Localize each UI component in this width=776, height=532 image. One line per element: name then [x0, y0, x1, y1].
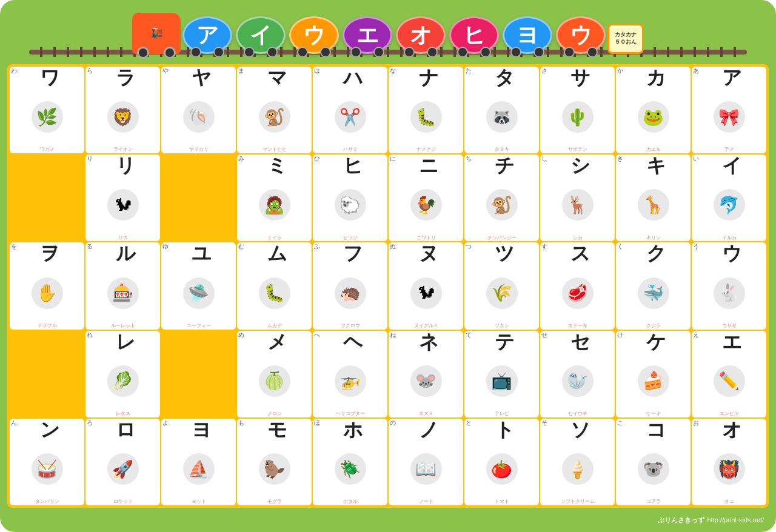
- hira-r2-c5: ぬ: [390, 244, 396, 250]
- cell-header-r1-c6: ちチ: [466, 156, 538, 175]
- cell-label-r2-c3: ムカデ: [267, 324, 282, 329]
- cell-label-r0-c1: ライオン: [113, 147, 133, 153]
- cell-image-r2-c2: 🛸: [183, 278, 215, 309]
- cell-r0-c4: はハ✂️ハサミ: [313, 67, 387, 153]
- kata-r3-c4: ヘ: [320, 332, 386, 351]
- cell-label-r3-c9: エンピツ: [720, 411, 739, 417]
- hira-r4-c5: の: [390, 420, 396, 426]
- kata-r0-c3: マ: [244, 68, 310, 87]
- hira-r3-c9: え: [693, 332, 699, 338]
- cell-r1-c1: りリ🐿リス: [85, 155, 160, 241]
- cell-r2-c7: すス🥩ステーキ: [540, 242, 615, 329]
- hira-r0-c1: ら: [87, 68, 93, 74]
- kata-r2-c8: ク: [623, 244, 689, 263]
- hira-r1-c8: き: [617, 156, 623, 162]
- cell-label-r2-c2: ユーフォー: [187, 324, 211, 329]
- hira-r1-c9: い: [693, 156, 699, 162]
- cell-header-r4-c2: よヨ: [162, 420, 235, 439]
- cell-image-r3-c5: 🐭: [410, 365, 442, 397]
- hira-r2-c6: つ: [466, 244, 472, 250]
- hira-r1-c6: ち: [466, 156, 472, 162]
- cell-r3-c8: けケ🍰ケーキ: [616, 331, 691, 417]
- cell-label-r0-c7: サボテン: [568, 147, 587, 153]
- cell-r4-c4: ほホ🪲ホタル: [313, 419, 387, 505]
- hira-r2-c3: む: [238, 244, 244, 250]
- cell-label-r0-c4: ハサミ: [343, 147, 358, 153]
- kata-r3-c6: テ: [472, 332, 538, 351]
- kata-r2-c3: ム: [244, 244, 310, 263]
- kata-r0-c5: ナ: [396, 68, 462, 87]
- cell-label-r2-c7: ステーキ: [568, 324, 587, 329]
- cell-r2-c5: ぬヌ🐿ヌイグルミ: [389, 242, 463, 329]
- cell-r0-c1: らラ🦁ライオン: [85, 67, 160, 153]
- cell-image-r4-c0: 🥁: [32, 453, 63, 485]
- cell-header-r2-c0: をヲ: [11, 244, 83, 263]
- cell-label-r2-c0: テヲフル: [38, 324, 57, 329]
- cell-header-r3-c6: てテ: [466, 332, 538, 351]
- cell-label-r4-c4: ホタル: [343, 499, 358, 505]
- cell-header-r4-c0: んン: [11, 420, 83, 439]
- cell-r2-c8: くク🐳クジラ: [616, 242, 691, 329]
- cell-image-r3-c9: ✏️: [714, 365, 745, 397]
- cell-image-r2-c6: 🌾: [486, 278, 518, 309]
- cell-label-r4-c0: タンバリン: [35, 499, 59, 505]
- cell-header-r2-c4: ふフ: [314, 244, 386, 263]
- cell-r4-c6: とト🍅トマト: [464, 419, 539, 505]
- cell-r3-c7: せセ🦭セイウチ: [540, 331, 615, 417]
- cell-r4-c7: そソ🍦ソフトクリーム: [540, 419, 615, 505]
- hira-r3-c8: け: [617, 332, 623, 338]
- hira-r2-c7: す: [541, 244, 547, 250]
- cell-image-r4-c7: 🍦: [562, 453, 594, 485]
- cell-r1-c9: いイ🐬イルカ: [692, 155, 766, 241]
- cell-header-r4-c8: こコ: [617, 420, 689, 439]
- cell-image-r1-c4: 🐑: [335, 189, 366, 221]
- kata-r0-c8: カ: [623, 68, 689, 87]
- kata-r4-c4: ホ: [320, 420, 386, 439]
- cell-r3-c1: れレ🥬レタス: [85, 331, 160, 417]
- hira-r4-c8: こ: [617, 420, 623, 426]
- cell-image-r0-c2: 🐚: [183, 101, 215, 133]
- train-caboose: カタカナ５０おん: [607, 24, 644, 54]
- kata-r2-c7: ス: [547, 244, 614, 263]
- kata-r1-c8: キ: [623, 156, 689, 175]
- cell-header-r4-c7: そソ: [541, 420, 614, 439]
- cell-r0-c9: あア🎀アメ: [692, 67, 766, 153]
- cell-r2-c2: ゆユ🛸ユーフォー: [161, 242, 236, 329]
- cell-label-r0-c9: アメ: [724, 147, 734, 153]
- hira-r0-c8: か: [617, 68, 623, 74]
- cell-label-r3-c6: テレビ: [495, 411, 509, 417]
- cell-header-r0-c0: わワ: [11, 68, 83, 87]
- kata-r0-c0: ワ: [17, 68, 83, 87]
- train-car-5: ヒ: [449, 16, 499, 54]
- hira-r0-c4: は: [314, 68, 320, 74]
- kata-r1-c7: シ: [547, 156, 614, 175]
- grid-row-4: んン🥁タンバリンろロ🚀ロケットよヨ⛵ヨットもモ🦫モグラほホ🪲ホタルのノ📖ノートと…: [10, 419, 766, 505]
- cell-header-r0-c9: あア: [693, 68, 765, 87]
- cell-label-r0-c3: マントヒヒ: [263, 147, 287, 153]
- cell-header-r3-c8: けケ: [617, 332, 689, 351]
- cell-image-r2-c7: 🥩: [562, 278, 594, 309]
- cell-label-r2-c6: ツクシ: [495, 324, 509, 329]
- cell-header-r3-c5: ねネ: [390, 332, 462, 351]
- cell-header-r4-c4: ほホ: [314, 420, 386, 439]
- cell-label-r3-c4: ヘリコプター: [336, 411, 365, 417]
- train-car-3: エ: [343, 16, 392, 54]
- cell-label-r1-c7: シカ: [573, 236, 583, 241]
- cell-image-r1-c9: 🐬: [714, 189, 745, 221]
- hira-r3-c5: ね: [390, 332, 396, 338]
- cell-image-r0-c5: 🐛: [410, 101, 442, 133]
- kata-r2-c0: ヲ: [17, 244, 83, 263]
- cell-header-r2-c6: つツ: [466, 244, 538, 263]
- cell-r2-c9: うウ🐇ウサギ: [692, 242, 766, 329]
- cell-image-r1-c6: 🐒: [486, 189, 518, 221]
- cell-header-r3-c1: れレ: [87, 332, 159, 351]
- hira-r4-c1: ろ: [87, 420, 93, 426]
- cell-image-r0-c8: 🐸: [638, 101, 669, 133]
- cell-image-r0-c7: 🌵: [562, 101, 594, 133]
- cell-label-r0-c6: タヌキ: [495, 147, 509, 153]
- cell-header-r0-c1: らラ: [87, 68, 159, 87]
- cell-r3-c4: へヘ🚁ヘリコプター: [313, 331, 387, 417]
- train-car-0: ア: [182, 16, 232, 54]
- cell-r1-c4: ひヒ🐑ヒツジ: [313, 155, 387, 241]
- cell-image-r3-c1: 🥬: [107, 365, 139, 397]
